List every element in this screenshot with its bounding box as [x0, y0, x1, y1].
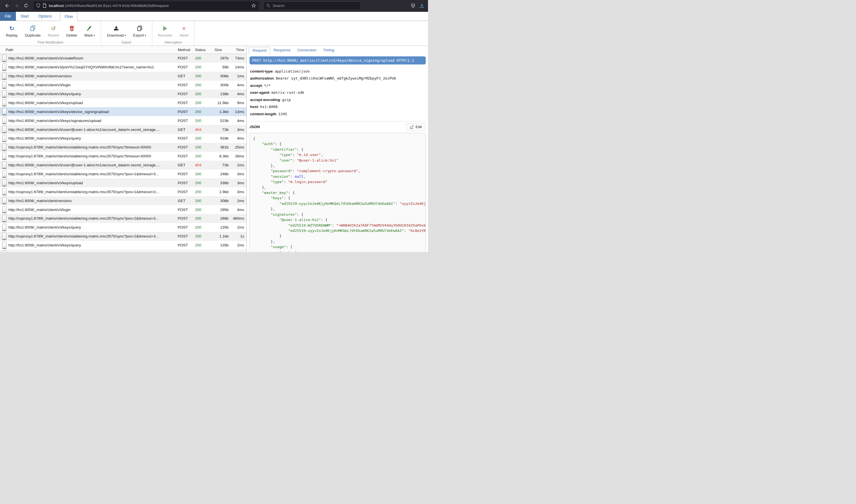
table-row[interactable]: http://hs1:8008/_matrix/client/v3/keys/q…: [0, 134, 246, 143]
table-row[interactable]: [0, 250, 246, 252]
tab-request[interactable]: Request: [249, 47, 270, 55]
tab-flow[interactable]: Flow: [60, 12, 78, 21]
flow-time: 25ms: [231, 145, 246, 149]
page-info-icon[interactable]: [43, 3, 46, 8]
table-row[interactable]: http://ssproxy1:6789/_matrix/client/unst…: [0, 187, 246, 196]
flow-method: POST: [178, 136, 195, 140]
request-header-line[interactable]: user-agent: matrix-rust-sdk: [250, 90, 425, 95]
request-header-line[interactable]: authorization: Bearer syt_dXNlci0xLWFsaW…: [250, 76, 425, 80]
back-icon[interactable]: [3, 1, 11, 10]
request-header-line[interactable]: content-length: 1345: [250, 112, 425, 116]
downloads-icon[interactable]: [420, 3, 424, 8]
header-value: application/json: [275, 69, 310, 73]
download-button[interactable]: Download▾: [103, 24, 130, 38]
search-input[interactable]: [273, 4, 358, 8]
url-text: localhost:1445/#/flows/fba5f13d-91e1-437…: [49, 4, 169, 8]
table-row[interactable]: http://hs1:8008/_matrix/client/v3/keys/u…: [0, 98, 246, 107]
request-detail: POST http://hs1:8008/_matrix/client/v3/k…: [247, 54, 428, 252]
replay-icon: ↻: [9, 25, 14, 32]
header-name: content-type: [250, 69, 273, 73]
delete-button[interactable]: Delete: [63, 24, 81, 38]
json-line: "usage": [: [253, 244, 422, 250]
caret-down-icon: ▾: [145, 34, 146, 37]
table-row[interactable]: http://hs1:8008/_matrix/client/versionsG…: [0, 196, 246, 205]
column-header-status[interactable]: Status: [195, 48, 211, 52]
menu-bar: File Start Options Flow: [0, 12, 428, 21]
shield-permissions-icon[interactable]: [36, 3, 40, 8]
flow-size: 135b: [211, 243, 231, 247]
request-header-line[interactable]: accept: */*: [250, 84, 425, 88]
table-row[interactable]: http://ssproxy1:6789/_matrix/client/unst…: [0, 214, 246, 223]
table-row[interactable]: http://hs1:8008/_matrix/client/v3/keys/q…: [0, 90, 246, 98]
json-body-view[interactable]: { "auth": { "identifier": { "type": "m.i…: [250, 133, 426, 252]
flow-list-body: http://hs1:8008/_matrix/client/v3/create…: [0, 54, 246, 252]
flow-size: 1.1kb: [211, 234, 231, 238]
flow-size: 59b: [211, 65, 231, 69]
export-icon: [137, 25, 142, 32]
reload-icon[interactable]: [22, 1, 30, 10]
export-button[interactable]: Export▾: [129, 24, 150, 38]
flow-time: 14ms: [231, 65, 246, 69]
toolbar-group-caption: Interception: [154, 40, 192, 46]
column-header-size[interactable]: Size: [211, 48, 231, 52]
table-row[interactable]: http://hs1:8008/_matrix/client/v3/keys/u…: [0, 178, 246, 187]
table-row[interactable]: http://ssproxy1:6789/_matrix/client/unst…: [0, 143, 246, 152]
browser-search-field[interactable]: [263, 1, 361, 10]
duplicate-button[interactable]: Duplicate: [21, 24, 44, 38]
request-header-line[interactable]: content-type: application/json: [250, 69, 425, 73]
table-row[interactable]: http://hs1:8008/_matrix/client/v3/keys/s…: [0, 116, 246, 125]
forward-icon[interactable]: [12, 1, 21, 10]
table-row[interactable]: http://hs1:8008/_matrix/client/v3/loginP…: [0, 80, 246, 90]
resume-button[interactable]: Resume: [154, 24, 176, 38]
json-line: "ed25519:uyyvIoJe4Kjy0nMKQeL7dt6kamRK2w5…: [253, 228, 422, 233]
flow-path: http://ssproxy1:6789/_matrix/client/unst…: [8, 145, 178, 149]
abort-button[interactable]: ✕Abort: [176, 24, 192, 38]
table-row[interactable]: http://hs1:8008/_matrix/client/v3/keys/d…: [0, 107, 246, 116]
column-header-method[interactable]: Method: [178, 48, 195, 52]
bookmark-star-icon[interactable]: [252, 3, 256, 8]
flow-list-header: Path Method Status Size Time: [0, 46, 246, 54]
table-row[interactable]: http://ssproxy1:6789/_matrix/client/unst…: [0, 232, 246, 241]
json-line: "ed25519:uyyvIoJe4Kjy0nMKQeL7dt6kamRK2w5…: [253, 201, 422, 206]
column-header-time[interactable]: Time: [231, 48, 246, 52]
mark-button[interactable]: Mark▾: [81, 24, 99, 38]
flow-method: POST: [178, 145, 195, 149]
flow-method: POST: [178, 190, 195, 194]
edit-button[interactable]: Edit: [407, 123, 425, 130]
request-first-line[interactable]: POST http://hs1:8008/_matrix/client/v3/k…: [250, 56, 426, 65]
column-header-path[interactable]: Path: [0, 48, 178, 52]
flow-type-icon: [2, 170, 6, 178]
request-header-line[interactable]: host: hs1:8008: [250, 105, 425, 109]
menu-file[interactable]: File: [0, 12, 16, 21]
flow-path: http://hs1:8008/_matrix/client/v3/keys/u…: [8, 181, 178, 185]
tab-timing[interactable]: Timing: [320, 47, 338, 54]
url-bar[interactable]: localhost:1445/#/flows/fba5f13d-91e1-437…: [34, 1, 259, 10]
replay-button[interactable]: ↻Replay: [2, 24, 21, 38]
tab-connection[interactable]: Connection: [294, 47, 320, 54]
request-header-line[interactable]: accept-encoding: gzip: [250, 98, 425, 102]
tab-response[interactable]: Response: [270, 47, 294, 54]
table-row[interactable]: http://hs1:8008/_matrix/client/v3/create…: [0, 54, 246, 63]
flow-method: POST: [178, 119, 195, 123]
header-value: */*: [264, 84, 271, 88]
json-line: "identifier": {: [253, 147, 422, 152]
table-row[interactable]: http://hs1:8008/_matrix/client/v3/loginP…: [0, 205, 246, 214]
extension-shield-icon[interactable]: [411, 3, 415, 8]
table-row[interactable]: http://ssproxy1:6789/_matrix/client/unst…: [0, 152, 246, 161]
table-row[interactable]: http://hs1:8008/_matrix/client/v3/user/@…: [0, 125, 246, 134]
table-row[interactable]: http://hs1:8008/_matrix/client/v3/join/%…: [0, 63, 246, 72]
export-button-label: Export▾: [133, 33, 146, 37]
revert-button[interactable]: ↺Revert: [44, 24, 63, 38]
menu-options[interactable]: Options: [34, 12, 56, 21]
flow-method: POST: [178, 101, 195, 105]
table-row[interactable]: http://hs1:8008/_matrix/client/v3/user/@…: [0, 161, 246, 170]
table-row[interactable]: http://hs1:8008/_matrix/client/v3/keys/q…: [0, 241, 246, 250]
menu-start[interactable]: Start: [16, 12, 34, 21]
flow-size: 523b: [211, 119, 231, 123]
detail-tabs: RequestResponseConnectionTiming: [249, 47, 428, 54]
header-value: hs1:8008: [260, 105, 278, 109]
table-row[interactable]: http://hs1:8008/_matrix/client/versionsG…: [0, 72, 246, 80]
table-row[interactable]: http://ssproxy1:6789/_matrix/client/unst…: [0, 170, 246, 179]
table-row[interactable]: http://hs1:8008/_matrix/client/v3/keys/q…: [0, 223, 246, 232]
flow-time: 2ms: [231, 243, 246, 247]
